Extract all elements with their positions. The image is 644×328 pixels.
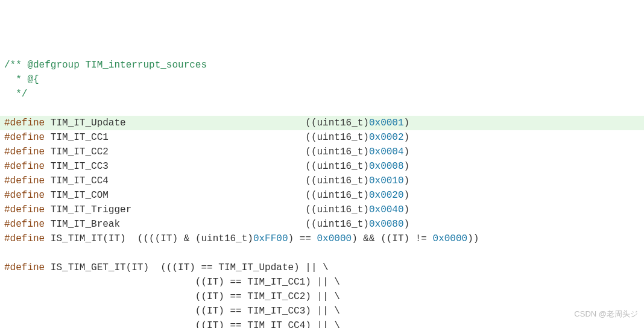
define-macro-line: #define IS_TIM_GET_IT(IT) (((IT) == TIM_… [0, 260, 644, 275]
code-editor: /** @defgroup TIM_interrupt_sources * @{… [0, 58, 644, 328]
define-line: #define TIM_IT_CC1 ((uint16_t)0x0002) [0, 130, 644, 145]
define-line: #define TIM_IT_Update ((uint16_t)0x0001) [0, 116, 644, 130]
define-macro-line: #define IS_TIM_IT(IT) ((((IT) & (uint16_… [0, 232, 644, 246]
macro-cont-line: ((IT) == TIM_IT_CC3) || \ [0, 304, 644, 318]
watermark: CSDN @老周头ジ [574, 308, 638, 320]
comment-line: * @{ [0, 72, 644, 87]
macro-cont-line: ((IT) == TIM_IT_CC2) || \ [0, 289, 644, 304]
macro-cont-line: ((IT) == TIM_IT_CC1) || \ [0, 275, 644, 289]
comment-line: */ [0, 87, 644, 101]
macro-cont-line: ((IT) == TIM_IT_CC4) || \ [0, 318, 644, 328]
blank-line [0, 101, 644, 116]
define-line: #define TIM_IT_Trigger ((uint16_t)0x0040… [0, 203, 644, 217]
define-line: #define TIM_IT_CC4 ((uint16_t)0x0010) [0, 174, 644, 188]
blank-line [0, 246, 644, 260]
define-line: #define TIM_IT_CC2 ((uint16_t)0x0004) [0, 145, 644, 159]
define-line: #define TIM_IT_COM ((uint16_t)0x0020) [0, 188, 644, 203]
define-line: #define TIM_IT_CC3 ((uint16_t)0x0008) [0, 159, 644, 174]
define-line: #define TIM_IT_Break ((uint16_t)0x0080) [0, 217, 644, 232]
comment-line: /** @defgroup TIM_interrupt_sources [0, 58, 644, 72]
